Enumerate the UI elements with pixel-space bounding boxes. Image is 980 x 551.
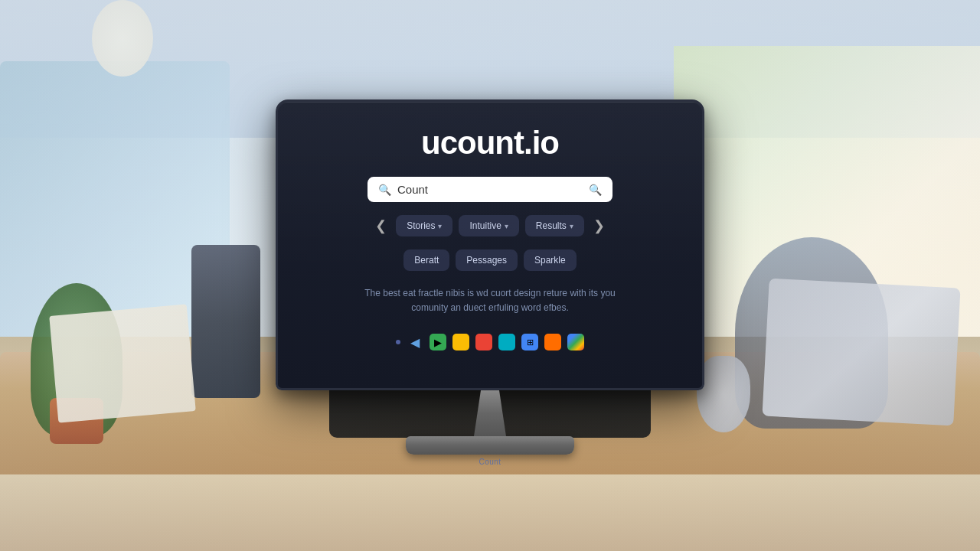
filter-row-1: ❮ Stories ▾ Intuitive ▾ Results ▾ ❯ — [296, 214, 684, 237]
taskbar-back-icon[interactable]: ◀ — [407, 334, 423, 350]
filter-results-label: Results — [536, 220, 567, 231]
filter-intuitive-label: Intuitive — [469, 220, 501, 231]
filter-stories[interactable]: Stories ▾ — [396, 215, 452, 236]
monitor-label: Count — [479, 458, 501, 466]
filter-beratt[interactable]: Beratt — [403, 249, 449, 271]
search-bar[interactable]: 🔍 Count 🔍 — [368, 177, 612, 202]
monitor-screen: ucount.io 🔍 Count 🔍 ❮ Stories ▾ Intuitiv… — [276, 99, 704, 390]
taskbar-icon-blue[interactable]: ⊞ — [521, 334, 538, 350]
taskbar-icon-yellow[interactable] — [452, 334, 469, 350]
filter-group-2: Beratt Pessages Sparkle — [403, 249, 576, 271]
monitor: ucount.io 🔍 Count 🔍 ❮ Stories ▾ Intuitiv… — [276, 99, 704, 466]
filter-row-2: Beratt Pessages Sparkle — [296, 249, 684, 271]
filter-stories-label: Stories — [407, 220, 435, 231]
monitor-stand-neck — [467, 390, 513, 436]
search-input[interactable]: Count — [397, 183, 583, 196]
screen-content: ucount.io 🔍 Count 🔍 ❮ Stories ▾ Intuitiv… — [296, 125, 684, 350]
description-text: The best eat fractle nibis is wd cuort d… — [360, 286, 620, 315]
app-logo: ucount.io — [421, 125, 559, 161]
filter-intuitive[interactable]: Intuitive ▾ — [459, 215, 518, 236]
nav-arrow-left[interactable]: ❮ — [372, 214, 390, 237]
taskbar-dot — [396, 340, 400, 344]
filter-group-1: Stories ▾ Intuitive ▾ Results ▾ — [396, 215, 584, 236]
chevron-icon: ▾ — [438, 222, 442, 230]
taskbar-icon-green[interactable]: ▶ — [430, 334, 446, 350]
lamp — [92, 0, 153, 77]
mouse — [697, 356, 750, 432]
filter-sparkle[interactable]: Sparkle — [524, 249, 577, 271]
laptop — [762, 279, 960, 426]
computer-tower — [191, 245, 260, 398]
notebook — [49, 304, 196, 422]
monitor-stand-base — [406, 436, 574, 455]
taskbar-icon-red[interactable] — [475, 334, 492, 350]
nav-arrow-right[interactable]: ❯ — [590, 214, 608, 237]
taskbar-icon-multicolor[interactable] — [567, 334, 584, 350]
filter-results[interactable]: Results ▾ — [525, 215, 584, 236]
filter-pessages[interactable]: Pessages — [456, 249, 518, 271]
chevron-icon: ▾ — [570, 222, 573, 230]
taskbar-icon-orange[interactable] — [544, 334, 561, 350]
taskbar-icon-teal[interactable] — [498, 334, 515, 350]
taskbar: ◀ ▶ ⊞ — [396, 334, 584, 350]
search-icon-left: 🔍 — [378, 184, 391, 196]
search-icon-right[interactable]: 🔍 — [589, 184, 602, 196]
chevron-icon: ▾ — [505, 222, 508, 230]
